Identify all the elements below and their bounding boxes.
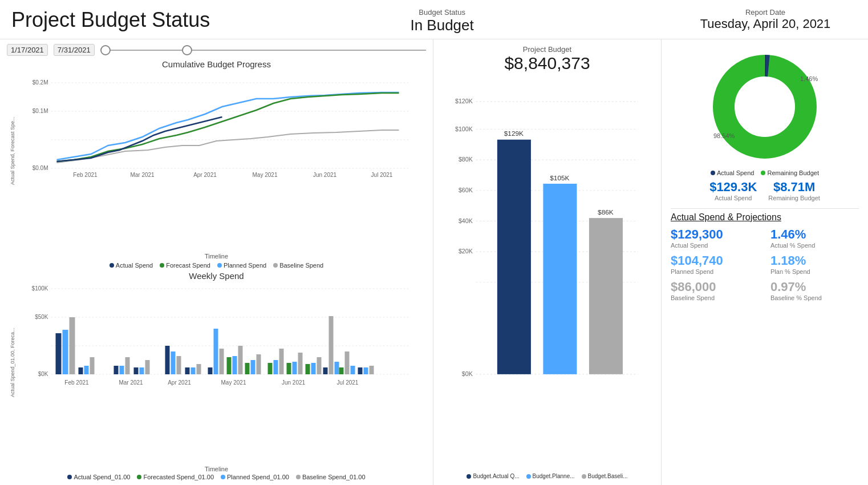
weekly-chart-area: Actual Spend_01.00, Foreca... $100K $50K [7, 283, 426, 466]
svg-rect-39 [220, 349, 224, 374]
divider [671, 208, 859, 209]
svg-rect-27 [120, 366, 124, 374]
svg-text:$80K: $80K [459, 156, 473, 163]
svg-text:Jun 2021: Jun 2021 [282, 379, 306, 386]
slider-end-date: 7/31/2021 [54, 44, 95, 56]
legend-weekly-baseline-dot [296, 475, 301, 479]
slider-thumb-right[interactable] [182, 45, 192, 55]
donut-svg: 1.46% 98.54% [702, 50, 828, 164]
legend-weekly-actual: Actual Spend_01.00 [67, 474, 130, 480]
svg-rect-24 [84, 366, 89, 374]
proj-baseline-spend-value: $86,000 [671, 280, 759, 294]
proj-baseline-pct-label: Baseline % Spend [770, 294, 859, 301]
svg-rect-33 [171, 351, 176, 374]
summary-remaining-budget: $8.71M Remaining Budget [768, 180, 820, 201]
svg-text:Jun 2021: Jun 2021 [313, 172, 337, 178]
projections-grid: $129,300 Actual Spend 1.46% Actual % Spe… [671, 227, 859, 301]
svg-text:$0.0M: $0.0M [33, 165, 48, 171]
svg-rect-55 [317, 357, 322, 374]
svg-text:$100K: $100K [455, 126, 473, 132]
slider-thumb-left[interactable] [100, 45, 111, 55]
mid-chart-svg: $120K $100K $80K $60K $40K $20K $0K [448, 73, 656, 461]
summary-remaining-label: Remaining Budget [768, 195, 820, 201]
svg-text:May 2021: May 2021 [253, 172, 278, 178]
svg-rect-53 [306, 364, 310, 374]
legend-actual-spend-label: Actual Spend [116, 262, 153, 269]
svg-text:Feb 2021: Feb 2021 [64, 379, 89, 386]
bar-planned [543, 184, 577, 374]
summary-actual-spend-label: Actual Spend [709, 195, 757, 201]
legend-mid-baseline-label: Budget.Baseli... [588, 473, 628, 479]
svg-text:Mar 2021: Mar 2021 [130, 172, 155, 178]
svg-rect-38 [214, 329, 218, 374]
legend-weekly-forecast-label: Forecasted Spend_01.00 [143, 474, 214, 480]
page-title-area: Project Budget Status [11, 8, 210, 32]
legend-forecast-spend-dot [160, 263, 164, 268]
weekly-y-axis-label: Actual Spend_01.00, Foreca... [7, 283, 18, 466]
legend-weekly-planned-label: Planned Spend_01.00 [227, 474, 289, 480]
svg-rect-56 [329, 316, 334, 374]
legend-forecast-spend-label: Forecast Spend [166, 262, 210, 269]
svg-rect-54 [311, 363, 316, 374]
proj-planned-pct-value: 1.18% [770, 253, 859, 268]
legend-weekly-baseline: Baseline Spend_01.00 [296, 474, 366, 480]
legend-weekly-planned: Planned Spend_01.00 [221, 474, 289, 480]
legend-planned-spend: Planned Spend [217, 262, 266, 269]
cumulative-chart-section: Cumulative Budget Progress Actual Spend,… [7, 59, 426, 269]
svg-rect-30 [140, 367, 144, 374]
svg-rect-25 [90, 357, 95, 374]
svg-text:$0.1M: $0.1M [33, 108, 48, 114]
proj-planned-spend-block: $104,740 Planned Spend [671, 253, 759, 275]
mid-chart-svg-area: $120K $100K $80K $60K $40K $20K $0K [448, 73, 656, 472]
proj-actual-spend-block: $129,300 Actual Spend [671, 227, 759, 249]
svg-rect-61 [339, 367, 344, 374]
mid-panel: Project Budget $8,840,373 Budget.Actual … [433, 39, 662, 485]
cumulative-chart-area: Actual Spend, Forecast Spe... $0.2M $0.1… [7, 71, 426, 253]
legend-donut-remaining-label: Remaining Budget [767, 169, 819, 176]
header: Project Budget Status Budget Status In B… [0, 0, 868, 39]
cumulative-y-axis-label: Actual Spend, Forecast Spe... [7, 71, 18, 253]
legend-donut-actual-label: Actual Spend [717, 169, 754, 176]
svg-rect-48 [274, 360, 278, 374]
svg-rect-47 [268, 363, 273, 374]
svg-rect-50 [287, 363, 291, 374]
proj-actual-pct-block: 1.46% Actual % Spend [770, 227, 859, 249]
slider-start-date: 1/17/2021 [7, 44, 48, 56]
svg-rect-40 [208, 367, 213, 374]
svg-rect-64 [370, 366, 374, 374]
legend-planned-spend-dot [217, 263, 222, 268]
cumulative-x-axis-label: Timeline [7, 253, 426, 260]
legend-weekly-forecast: Forecasted Spend_01.00 [137, 474, 214, 480]
summary-actual-spend-value: $129.3K [709, 180, 757, 195]
proj-baseline-spend-block: $86,000 Baseline Spend [671, 280, 759, 301]
mid-y-axis-label: Budget.Actual Quantity @ Data Date, Budg… [438, 73, 448, 472]
svg-rect-26 [114, 366, 119, 374]
svg-text:Jul 2021: Jul 2021 [371, 172, 393, 178]
svg-text:May 2021: May 2021 [221, 379, 246, 386]
legend-mid-actual: Budget.Actual Q... [467, 473, 519, 479]
svg-rect-23 [79, 367, 83, 374]
svg-rect-20 [56, 333, 62, 374]
donut-label-actual-pct: 1.46% [800, 75, 818, 82]
date-slider[interactable]: 1/17/2021 7/31/2021 [7, 44, 426, 56]
svg-rect-58 [323, 367, 328, 374]
mid-legend: Budget.Actual Q... Budget.Planne... Budg… [467, 473, 627, 479]
svg-text:$60K: $60K [459, 187, 473, 193]
svg-text:Apr 2021: Apr 2021 [193, 172, 217, 178]
bar-actual [497, 140, 531, 374]
proj-baseline-pct-block: 0.97% Baseline % Spend [770, 280, 859, 301]
legend-donut-remaining: Remaining Budget [761, 169, 819, 176]
proj-actual-spend-label: Actual Spend [671, 242, 759, 249]
svg-rect-34 [177, 356, 181, 374]
proj-actual-pct-value: 1.46% [770, 227, 859, 242]
svg-text:$0.2M: $0.2M [33, 79, 48, 86]
slider-track[interactable] [100, 50, 426, 51]
cumulative-chart-svg: $0.2M $0.1M $0.0M Feb 2021 Mar 2021 Apr … [18, 71, 426, 180]
svg-text:$0K: $0K [462, 370, 473, 377]
proj-baseline-pct-value: 0.97% [770, 280, 859, 294]
weekly-legend: Actual Spend_01.00 Forecasted Spend_01.0… [7, 474, 426, 480]
legend-baseline-spend: Baseline Spend [273, 262, 323, 269]
svg-rect-22 [70, 317, 75, 374]
svg-rect-57 [335, 362, 339, 374]
svg-rect-29 [134, 367, 139, 374]
